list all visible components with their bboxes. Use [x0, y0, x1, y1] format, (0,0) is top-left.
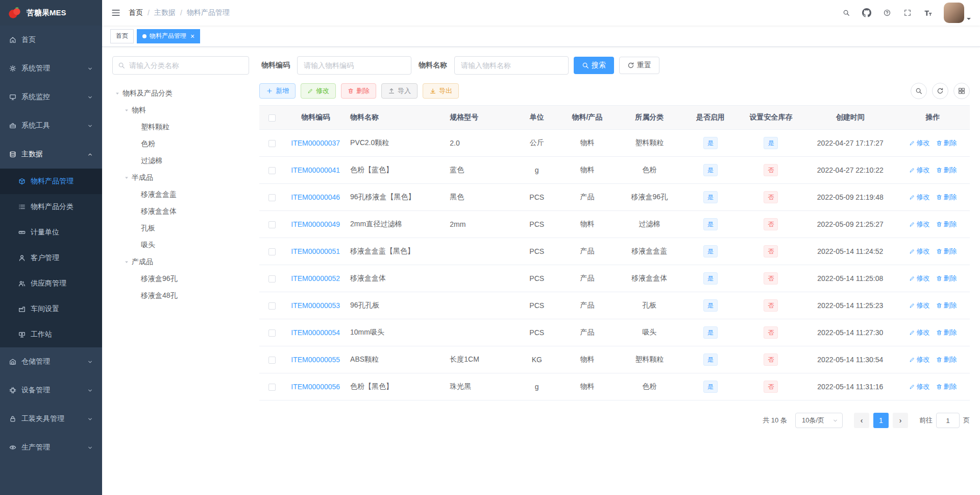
row-delete-link[interactable]: 删除 [936, 247, 957, 256]
search-button[interactable]: 搜索 [574, 57, 614, 74]
caret-down-icon[interactable] [122, 108, 131, 113]
header-font-size-button[interactable] [918, 0, 938, 26]
row-delete-link[interactable]: 删除 [936, 193, 957, 202]
page-1-button[interactable]: 1 [873, 413, 889, 428]
row-edit-link[interactable]: 修改 [909, 193, 930, 202]
sidebar-item-measure-unit[interactable]: 计量单位 [0, 220, 102, 245]
header-search-button[interactable] [837, 0, 856, 26]
tree-node[interactable]: 半成品 [112, 169, 249, 186]
row-edit-link[interactable]: 修改 [909, 301, 930, 310]
sidebar-item-master-data[interactable]: 主数据 [0, 140, 102, 169]
row-delete-link[interactable]: 删除 [936, 301, 957, 310]
sidebar-item-material-product-management[interactable]: 物料产品管理 [0, 169, 102, 194]
row-checkbox[interactable] [268, 194, 276, 201]
caret-down-icon[interactable] [113, 91, 121, 96]
next-page-button[interactable]: › [893, 413, 908, 428]
page-size-select[interactable]: 10条/页 [795, 413, 843, 428]
columns-setting-button[interactable] [953, 83, 970, 99]
tree-node[interactable]: 移液盒48孔 [112, 287, 249, 304]
reset-button[interactable]: 重置 [619, 57, 659, 74]
row-edit-link[interactable]: 修改 [909, 220, 930, 229]
row-delete-link[interactable]: 删除 [936, 166, 957, 175]
category-search-input[interactable] [129, 61, 243, 69]
row-checkbox[interactable] [268, 302, 276, 310]
sidebar-item-equipment-management[interactable]: 设备管理 [0, 376, 102, 405]
caret-down-icon[interactable] [122, 260, 131, 265]
item-code-link[interactable]: ITEM00000041 [291, 166, 340, 174]
row-delete-link[interactable]: 删除 [936, 220, 957, 229]
sidebar-item-workstation[interactable]: 工作站 [0, 322, 102, 347]
caret-down-icon[interactable] [122, 175, 131, 180]
tree-node[interactable]: 吸头 [112, 237, 249, 253]
row-edit-link[interactable]: 修改 [909, 382, 930, 391]
header-github-button[interactable] [857, 0, 876, 26]
tree-node[interactable]: 孔板 [112, 220, 249, 237]
app-logo[interactable]: 苦糖果MES [0, 0, 102, 26]
tree-node[interactable]: 塑料颗粒 [112, 119, 249, 135]
row-checkbox[interactable] [268, 384, 276, 391]
sidebar-item-system-management[interactable]: 系统管理 [0, 54, 102, 83]
sidebar-item-fixture-management[interactable]: 工装夹具管理 [0, 405, 102, 433]
goto-page-input[interactable] [936, 413, 960, 428]
import-button[interactable]: 导入 [381, 83, 418, 99]
sidebar-item-warehouse-management[interactable]: 仓储管理 [0, 347, 102, 376]
tree-node[interactable]: 移液盒96孔 [112, 270, 249, 287]
toggle-search-button[interactable] [911, 83, 927, 99]
material-name-input[interactable] [454, 56, 569, 75]
row-checkbox[interactable] [268, 140, 276, 147]
tree-node[interactable]: 物料 [112, 102, 249, 119]
row-checkbox[interactable] [268, 329, 276, 337]
tree-node[interactable]: 产成品 [112, 253, 249, 270]
row-edit-link[interactable]: 修改 [909, 166, 930, 175]
row-edit-link[interactable]: 修改 [909, 274, 930, 283]
sidebar-item-material-product-category[interactable]: 物料产品分类 [0, 194, 102, 220]
refresh-table-button[interactable] [932, 83, 948, 99]
sidebar-item-system-tools[interactable]: 系统工具 [0, 111, 102, 140]
header-fullscreen-button[interactable] [898, 0, 917, 26]
row-delete-link[interactable]: 删除 [936, 382, 957, 391]
breadcrumb-item[interactable]: 主数据 [154, 8, 176, 17]
item-code-link[interactable]: ITEM00000052 [291, 274, 340, 282]
tab-close-icon[interactable]: × [190, 33, 194, 40]
row-delete-link[interactable]: 删除 [936, 274, 957, 283]
tree-node[interactable]: 移液盒盒盖 [112, 186, 249, 203]
item-code-link[interactable]: ITEM00000037 [291, 139, 340, 147]
sidebar-item-supplier-management[interactable]: 供应商管理 [0, 271, 102, 296]
header-help-button[interactable] [877, 0, 897, 26]
item-code-link[interactable]: ITEM00000051 [291, 247, 340, 255]
row-edit-link[interactable]: 修改 [909, 247, 930, 256]
delete-button[interactable]: 删除 [341, 83, 376, 99]
row-edit-link[interactable]: 修改 [909, 328, 930, 337]
export-button[interactable]: 导出 [423, 83, 459, 99]
tree-node[interactable]: 过滤棉 [112, 152, 249, 169]
sidebar-item-production-management[interactable]: 生产管理 [0, 433, 102, 462]
row-checkbox[interactable] [268, 221, 276, 228]
item-code-link[interactable]: ITEM00000053 [291, 301, 340, 310]
item-code-link[interactable]: ITEM00000046 [291, 193, 340, 201]
add-button[interactable]: 新增 [259, 83, 296, 99]
row-delete-link[interactable]: 删除 [936, 355, 957, 364]
item-code-link[interactable]: ITEM00000054 [291, 328, 340, 337]
row-checkbox[interactable] [268, 275, 276, 282]
sidebar-item-workshop-settings[interactable]: 车间设置 [0, 296, 102, 322]
row-checkbox[interactable] [268, 167, 276, 174]
row-edit-link[interactable]: 修改 [909, 355, 930, 364]
row-delete-link[interactable]: 删除 [936, 328, 957, 337]
row-checkbox[interactable] [268, 357, 276, 364]
row-edit-link[interactable]: 修改 [909, 138, 930, 148]
sidebar-item-customer-management[interactable]: 客户管理 [0, 245, 102, 271]
tab-home[interactable]: 首页 [110, 29, 134, 43]
sidebar-toggle-button[interactable] [111, 8, 120, 17]
row-delete-link[interactable]: 删除 [936, 138, 957, 148]
select-all-checkbox[interactable] [268, 114, 276, 122]
breadcrumb-item[interactable]: 首页 [129, 8, 143, 17]
user-menu[interactable] [944, 0, 971, 26]
row-checkbox[interactable] [268, 248, 276, 255]
item-code-link[interactable]: ITEM00000049 [291, 220, 340, 228]
item-code-link[interactable]: ITEM00000056 [291, 383, 340, 391]
sidebar-item-system-monitoring[interactable]: 系统监控 [0, 83, 102, 111]
material-code-input[interactable] [297, 56, 411, 75]
tree-node[interactable]: 物料及产品分类 [112, 85, 249, 102]
tab-material-product-management[interactable]: 物料产品管理× [137, 29, 200, 43]
tree-node[interactable]: 色粉 [112, 135, 249, 152]
